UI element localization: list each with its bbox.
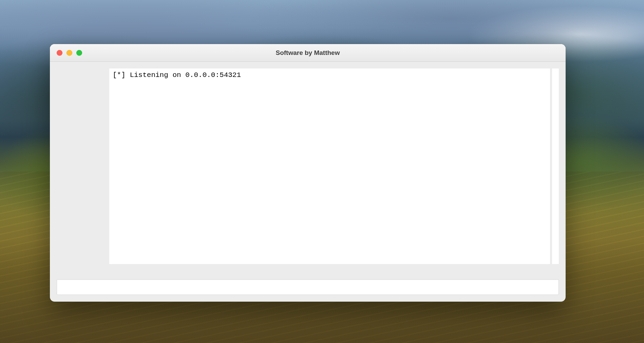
close-button[interactable] (57, 50, 62, 56)
scrollbar-track[interactable] (552, 68, 559, 264)
traffic-lights (57, 50, 82, 56)
command-input[interactable] (57, 279, 559, 295)
zoom-button[interactable] (76, 50, 82, 56)
window-body: [*] Listening on 0.0.0.0:54321 (50, 62, 566, 302)
app-window: Software by Matthew [*] Listening on 0.0… (50, 44, 566, 302)
scrollbar-thumb[interactable] (553, 68, 558, 264)
input-row (57, 279, 559, 295)
console-wrap: [*] Listening on 0.0.0.0:54321 (109, 68, 559, 264)
minimize-button[interactable] (67, 50, 72, 56)
titlebar[interactable]: Software by Matthew (50, 44, 566, 62)
console-output[interactable]: [*] Listening on 0.0.0.0:54321 (109, 68, 550, 264)
window-title: Software by Matthew (50, 49, 566, 57)
